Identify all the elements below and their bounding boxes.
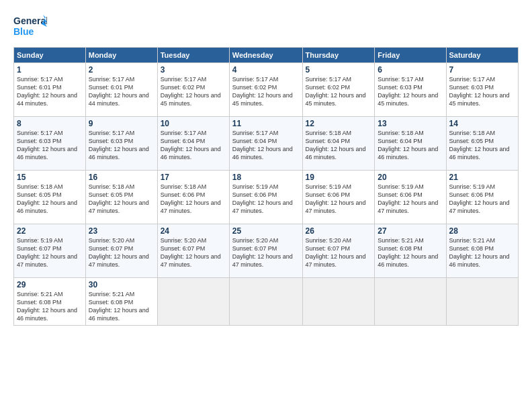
day-info: Sunrise: 5:17 AM Sunset: 6:01 PM Dayligh… [17, 75, 83, 108]
day-info: Sunrise: 5:19 AM Sunset: 6:07 PM Dayligh… [17, 236, 83, 269]
day-info: Sunrise: 5:20 AM Sunset: 6:07 PM Dayligh… [232, 236, 300, 269]
day-number: 24 [161, 226, 226, 236]
day-info: Sunrise: 5:20 AM Sunset: 6:07 PM Dayligh… [89, 236, 154, 269]
day-number: 26 [306, 226, 372, 236]
calendar-cell: 15 Sunrise: 5:18 AM Sunset: 6:05 PM Dayl… [14, 171, 86, 224]
day-number: 21 [449, 173, 515, 182]
day-number: 13 [378, 119, 443, 128]
calendar-header-thursday: Thursday [302, 48, 375, 63]
day-number: 28 [449, 226, 515, 236]
calendar-cell: 22 Sunrise: 5:19 AM Sunset: 6:07 PM Dayl… [14, 224, 86, 278]
day-info: Sunrise: 5:20 AM Sunset: 6:07 PM Dayligh… [306, 236, 372, 269]
calendar-week-row: 29 Sunrise: 5:21 AM Sunset: 6:08 PM Dayl… [14, 278, 519, 326]
calendar-cell: 11 Sunrise: 5:17 AM Sunset: 6:04 PM Dayl… [229, 117, 302, 171]
calendar-cell: 7 Sunrise: 5:17 AM Sunset: 6:03 PM Dayli… [446, 63, 518, 117]
calendar-header-sunday: Sunday [14, 48, 86, 63]
calendar-cell: 2 Sunrise: 5:17 AM Sunset: 6:01 PM Dayli… [85, 63, 157, 117]
calendar-table: SundayMondayTuesdayWednesdayThursdayFrid… [13, 47, 519, 326]
calendar-header-monday: Monday [85, 48, 157, 63]
day-number: 15 [17, 173, 83, 182]
calendar-week-row: 15 Sunrise: 5:18 AM Sunset: 6:05 PM Dayl… [14, 171, 519, 224]
day-info: Sunrise: 5:18 AM Sunset: 6:04 PM Dayligh… [378, 129, 443, 162]
calendar-header-tuesday: Tuesday [157, 48, 229, 63]
day-info: Sunrise: 5:18 AM Sunset: 6:05 PM Dayligh… [449, 129, 515, 162]
calendar-header-saturday: Saturday [446, 48, 518, 63]
calendar-cell: 9 Sunrise: 5:17 AM Sunset: 6:03 PM Dayli… [85, 117, 157, 171]
day-info: Sunrise: 5:17 AM Sunset: 6:04 PM Dayligh… [161, 129, 226, 162]
day-info: Sunrise: 5:19 AM Sunset: 6:06 PM Dayligh… [378, 183, 443, 216]
day-number: 30 [89, 280, 154, 289]
day-number: 19 [306, 173, 372, 182]
calendar-cell: 19 Sunrise: 5:19 AM Sunset: 6:06 PM Dayl… [302, 171, 375, 224]
day-info: Sunrise: 5:21 AM Sunset: 6:08 PM Dayligh… [378, 236, 443, 269]
day-info: Sunrise: 5:21 AM Sunset: 6:08 PM Dayligh… [89, 290, 154, 323]
calendar-cell: 17 Sunrise: 5:18 AM Sunset: 6:06 PM Dayl… [157, 171, 229, 224]
calendar-header-row: SundayMondayTuesdayWednesdayThursdayFrid… [14, 48, 519, 63]
calendar-cell: 13 Sunrise: 5:18 AM Sunset: 6:04 PM Dayl… [375, 117, 446, 171]
day-number: 2 [89, 65, 154, 75]
day-number: 27 [378, 226, 443, 236]
calendar-cell: 8 Sunrise: 5:17 AM Sunset: 6:03 PM Dayli… [14, 117, 86, 171]
calendar-cell: 1 Sunrise: 5:17 AM Sunset: 6:01 PM Dayli… [14, 63, 86, 117]
logo-svg: General Blue [13, 12, 47, 40]
day-number: 14 [449, 119, 515, 128]
day-info: Sunrise: 5:19 AM Sunset: 6:06 PM Dayligh… [449, 183, 515, 216]
svg-text:Blue: Blue [13, 26, 34, 37]
calendar-cell: 12 Sunrise: 5:18 AM Sunset: 6:04 PM Dayl… [302, 117, 375, 171]
calendar-cell: 14 Sunrise: 5:18 AM Sunset: 6:05 PM Dayl… [446, 117, 518, 171]
day-info: Sunrise: 5:19 AM Sunset: 6:06 PM Dayligh… [306, 183, 372, 216]
calendar-cell: 20 Sunrise: 5:19 AM Sunset: 6:06 PM Dayl… [375, 171, 446, 224]
day-info: Sunrise: 5:21 AM Sunset: 6:08 PM Dayligh… [449, 236, 515, 269]
day-number: 10 [161, 119, 226, 128]
day-info: Sunrise: 5:19 AM Sunset: 6:06 PM Dayligh… [232, 183, 300, 216]
day-number: 22 [17, 226, 83, 236]
day-number: 12 [306, 119, 372, 128]
calendar-cell [229, 278, 302, 326]
calendar-cell: 18 Sunrise: 5:19 AM Sunset: 6:06 PM Dayl… [229, 171, 302, 224]
day-info: Sunrise: 5:21 AM Sunset: 6:08 PM Dayligh… [17, 290, 83, 323]
day-number: 20 [378, 173, 443, 182]
calendar-cell: 3 Sunrise: 5:17 AM Sunset: 6:02 PM Dayli… [157, 63, 229, 117]
calendar-cell: 16 Sunrise: 5:18 AM Sunset: 6:05 PM Dayl… [85, 171, 157, 224]
calendar-cell: 10 Sunrise: 5:17 AM Sunset: 6:04 PM Dayl… [157, 117, 229, 171]
day-info: Sunrise: 5:18 AM Sunset: 6:05 PM Dayligh… [17, 183, 83, 216]
day-number: 9 [89, 119, 154, 128]
day-number: 8 [17, 119, 83, 128]
calendar-cell: 30 Sunrise: 5:21 AM Sunset: 6:08 PM Dayl… [85, 278, 157, 326]
calendar-cell: 4 Sunrise: 5:17 AM Sunset: 6:02 PM Dayli… [229, 63, 302, 117]
calendar-cell [446, 278, 518, 326]
day-info: Sunrise: 5:20 AM Sunset: 6:07 PM Dayligh… [161, 236, 226, 269]
day-number: 18 [232, 173, 300, 182]
calendar-cell: 25 Sunrise: 5:20 AM Sunset: 6:07 PM Dayl… [229, 224, 302, 278]
day-info: Sunrise: 5:17 AM Sunset: 6:02 PM Dayligh… [232, 75, 300, 108]
calendar-cell: 24 Sunrise: 5:20 AM Sunset: 6:07 PM Dayl… [157, 224, 229, 278]
calendar-cell [302, 278, 375, 326]
calendar-cell: 6 Sunrise: 5:17 AM Sunset: 6:03 PM Dayli… [375, 63, 446, 117]
day-info: Sunrise: 5:17 AM Sunset: 6:03 PM Dayligh… [17, 129, 83, 162]
calendar-cell: 28 Sunrise: 5:21 AM Sunset: 6:08 PM Dayl… [446, 224, 518, 278]
calendar-cell: 26 Sunrise: 5:20 AM Sunset: 6:07 PM Dayl… [302, 224, 375, 278]
page-header: General Blue [13, 12, 519, 40]
day-info: Sunrise: 5:17 AM Sunset: 6:02 PM Dayligh… [306, 75, 372, 108]
calendar-header-friday: Friday [375, 48, 446, 63]
calendar-week-row: 8 Sunrise: 5:17 AM Sunset: 6:03 PM Dayli… [14, 117, 519, 171]
calendar-cell: 29 Sunrise: 5:21 AM Sunset: 6:08 PM Dayl… [14, 278, 86, 326]
logo: General Blue [13, 12, 47, 40]
day-number: 5 [306, 65, 372, 75]
day-number: 11 [232, 119, 300, 128]
day-info: Sunrise: 5:17 AM Sunset: 6:03 PM Dayligh… [449, 75, 515, 108]
calendar-cell: 27 Sunrise: 5:21 AM Sunset: 6:08 PM Dayl… [375, 224, 446, 278]
day-number: 3 [161, 65, 226, 75]
day-number: 7 [449, 65, 515, 75]
day-number: 4 [232, 65, 300, 75]
day-info: Sunrise: 5:18 AM Sunset: 6:05 PM Dayligh… [89, 183, 154, 216]
day-info: Sunrise: 5:17 AM Sunset: 6:03 PM Dayligh… [89, 129, 154, 162]
calendar-cell: 23 Sunrise: 5:20 AM Sunset: 6:07 PM Dayl… [85, 224, 157, 278]
day-number: 23 [89, 226, 154, 236]
day-info: Sunrise: 5:18 AM Sunset: 6:06 PM Dayligh… [161, 183, 226, 216]
day-number: 1 [17, 65, 83, 75]
calendar-week-row: 1 Sunrise: 5:17 AM Sunset: 6:01 PM Dayli… [14, 63, 519, 117]
calendar-cell: 5 Sunrise: 5:17 AM Sunset: 6:02 PM Dayli… [302, 63, 375, 117]
day-number: 17 [161, 173, 226, 182]
day-info: Sunrise: 5:18 AM Sunset: 6:04 PM Dayligh… [306, 129, 372, 162]
